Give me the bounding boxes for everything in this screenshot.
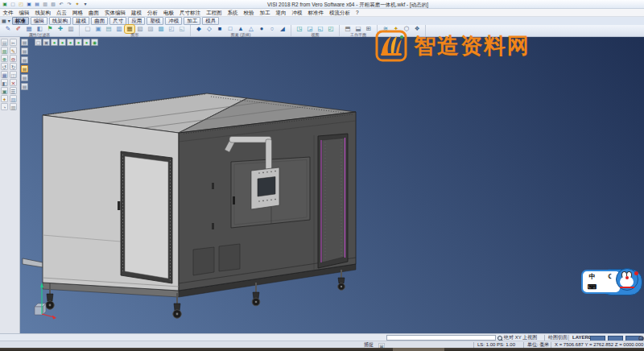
entity-circle-icon[interactable]: ○	[267, 25, 277, 33]
tab-grid-icon[interactable]: ▦	[2, 18, 6, 24]
attr-plus-icon[interactable]: ✚	[56, 25, 65, 33]
vp-shade5-icon[interactable]: ●	[83, 39, 90, 46]
redo-icon[interactable]: ↷	[66, 1, 72, 7]
ime-keyboard-icon[interactable]: ⌨	[588, 283, 597, 291]
drawing-section[interactable]: 绘图切面	[544, 335, 568, 341]
undo-icon[interactable]: ↶	[58, 1, 64, 7]
tab-5[interactable]: 曲面	[91, 17, 108, 25]
graphic-doc1-icon[interactable]: ▢	[83, 25, 93, 33]
menu-item-16[interactable]: 逆向	[273, 9, 289, 16]
sidebar-edit-icon[interactable]: ✎	[10, 47, 17, 54]
view-cube4-icon[interactable]: ◰	[326, 25, 336, 33]
vp-layer1-icon[interactable]: ▤	[21, 39, 28, 46]
vp-layer2-icon[interactable]: ▤	[21, 47, 28, 55]
tab-6[interactable]: 尺寸	[109, 17, 126, 25]
sidebar-panel-icon[interactable]: ◫	[10, 71, 17, 78]
menu-item-14[interactable]: 校验	[241, 9, 257, 16]
save-icon[interactable]: ▣	[26, 1, 32, 7]
vp-shade1-icon[interactable]: ●	[51, 39, 58, 46]
graphic-doc2-icon[interactable]: ▣	[93, 25, 103, 33]
save-all-icon[interactable]: ▤	[34, 1, 40, 7]
tab-9[interactable]: 冲模	[165, 17, 182, 25]
attr-pencil-icon[interactable]: ✎	[3, 25, 13, 33]
menu-item-2[interactable]: 编辑	[16, 9, 32, 16]
sidebar-cut-icon[interactable]: ✂	[10, 39, 17, 46]
tab-1[interactable]: 标准	[12, 17, 29, 25]
vp-shade2-icon[interactable]: ●	[59, 39, 66, 46]
vp-shade3-icon[interactable]: ●	[67, 39, 74, 46]
sidebar-undo-icon[interactable]: ↺	[1, 63, 8, 70]
menu-item-1[interactable]: 文件	[0, 9, 16, 16]
stamp-icon[interactable]: ✦	[74, 1, 80, 7]
menu-item-15[interactable]: 加工	[257, 9, 273, 16]
sidebar-add-icon[interactable]: ⊕	[1, 55, 8, 62]
sidebar-half-icon[interactable]: ◧	[1, 79, 8, 86]
preview-icon[interactable]: ▧	[50, 1, 56, 7]
menu-item-4[interactable]: 点云	[54, 9, 70, 16]
graphic-doc6-icon[interactable]: ▨	[146, 25, 155, 33]
machine-model[interactable]	[20, 37, 644, 333]
tab-10[interactable]: 加工	[184, 17, 200, 25]
sidebar-remove-icon[interactable]: ⊖	[10, 55, 17, 62]
menu-item-11[interactable]: 尺寸标注	[177, 9, 204, 16]
coordinate-mode[interactable]: 绝对 XY 上视图	[504, 335, 537, 341]
tab-8[interactable]: 塑模	[147, 17, 163, 25]
sidebar-rows-icon[interactable]: ▥	[10, 103, 17, 110]
entity-square-icon[interactable]: ■	[215, 25, 225, 33]
sidebar-grid-icon[interactable]: ▦	[1, 71, 8, 78]
attr-marker-icon[interactable]: ✐	[14, 25, 23, 33]
menu-item-20[interactable]: ?	[353, 9, 362, 16]
vp-layer3-icon[interactable]: ▤	[21, 56, 28, 64]
sidebar-shade-icon[interactable]: ▨	[10, 95, 17, 102]
menu-item-18[interactable]: 标准件	[305, 9, 327, 16]
left-door-panel[interactable]	[125, 156, 168, 279]
sidebar-fill-icon[interactable]: ▣	[1, 87, 8, 94]
ime-moon-icon[interactable]: ☾	[608, 273, 613, 280]
graphic-doc8-icon[interactable]: ◰	[167, 25, 176, 33]
view-cube1-icon[interactable]: ◳	[295, 25, 304, 33]
sidebar-list-icon[interactable]: ☰	[10, 87, 17, 94]
graphic-doc7-icon[interactable]: ▩	[156, 25, 166, 33]
vp-box-icon[interactable]: ▣	[43, 39, 50, 46]
menu-item-6[interactable]: 曲面	[86, 9, 102, 16]
print-icon[interactable]: ▥	[42, 1, 48, 7]
vp-layer5-icon[interactable]: ▤	[21, 83, 28, 90]
menu-item-10[interactable]: 电极	[161, 9, 177, 16]
quickbar-dropdown-icon[interactable]: ▾	[82, 1, 89, 7]
sidebar-paste-icon[interactable]: ▤	[1, 39, 8, 46]
attr-filter-icon[interactable]: ▥	[66, 25, 76, 33]
tab-2[interactable]: 编辑	[31, 17, 47, 25]
menu-item-19[interactable]: 模流分析	[327, 9, 353, 16]
sidebar-spark-icon[interactable]: ✦	[1, 95, 8, 102]
vp-shade6-icon[interactable]: ◉	[91, 39, 98, 46]
open-file-icon[interactable]: ◰	[18, 1, 24, 7]
ime-mode-indicator[interactable]: 中	[589, 273, 596, 280]
vp-select-icon[interactable]: ▢	[35, 39, 42, 46]
sidebar-hatch-icon[interactable]: ▩	[1, 47, 8, 54]
vp-layer-active-icon[interactable]: ▤	[21, 65, 28, 72]
tab-7[interactable]: 应用	[128, 17, 145, 25]
menu-item-8[interactable]: 建模	[129, 9, 145, 16]
vp-shade4-icon[interactable]: ●	[75, 39, 82, 46]
sidebar-redo-icon[interactable]: ↻	[10, 63, 17, 70]
graphic-doc3-icon[interactable]: ▤	[104, 25, 114, 33]
entity-diamond2-icon[interactable]: ◇	[204, 25, 214, 33]
sidebar-delete-icon[interactable]: ✕	[10, 79, 17, 86]
graphic-doc4-icon[interactable]: ▥	[114, 25, 124, 33]
menu-item-3[interactable]: 线架构	[32, 9, 54, 16]
menu-item-13[interactable]: 系统	[225, 9, 241, 16]
entity-corner-icon[interactable]: ◢	[278, 25, 287, 33]
tab-dropdown-icon[interactable]: ▾	[8, 18, 10, 24]
menu-item-17[interactable]: 冲模	[289, 9, 305, 16]
tab-11[interactable]: 模具	[202, 17, 219, 25]
sidebar-pie-icon[interactable]: ◔	[1, 103, 8, 110]
entity-dot-icon[interactable]: ●	[257, 25, 266, 33]
active-layer[interactable]: LAYER0	[568, 335, 591, 341]
graphic-doc9-icon[interactable]: ◱	[177, 25, 187, 33]
vp-layer4-icon[interactable]: ▤	[21, 74, 28, 81]
entity-diamond-icon[interactable]: ◆	[194, 25, 204, 33]
front-door-handle[interactable]	[233, 196, 235, 204]
ime-status-bar[interactable]: 中 ☾ ⌨	[581, 266, 644, 299]
menu-item-5[interactable]: 网格	[70, 9, 86, 16]
new-file-icon[interactable]: ▢	[10, 1, 16, 7]
